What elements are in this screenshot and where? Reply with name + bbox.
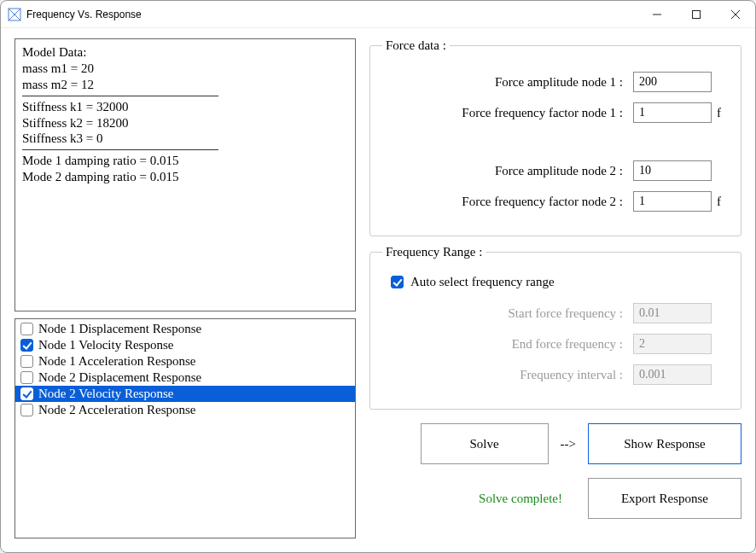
model-data-panel: Model Data: mass m1 = 20 mass m2 = 12 St… — [15, 38, 356, 311]
force-freq1-input[interactable] — [633, 102, 712, 123]
start-freq-input — [633, 303, 712, 323]
force-data-legend: Force data : — [382, 38, 450, 53]
auto-select-checkbox[interactable] — [391, 276, 404, 288]
freq-suffix: f — [712, 195, 729, 209]
response-options-list[interactable]: Node 1 Displacement ResponseNode 1 Veloc… — [15, 318, 356, 538]
action-button-row: Solve --> Show Response — [369, 423, 741, 464]
response-checkbox[interactable] — [20, 355, 33, 368]
response-label: Node 1 Displacement Response — [38, 322, 201, 336]
force-freq2-label: Force frequency factor node 2 : — [382, 195, 633, 209]
interval-input — [633, 364, 712, 385]
end-freq-label: End force frequency : — [382, 337, 633, 352]
right-column: Force data : Force amplitude node 1 : Fo… — [369, 38, 741, 538]
response-option[interactable]: Node 2 Acceleration Response — [15, 402, 355, 418]
model-line: Mode 2 damping ratio = 0.015 — [22, 169, 348, 185]
maximize-button[interactable] — [677, 1, 716, 28]
response-label: Node 1 Acceleration Response — [38, 354, 196, 369]
freq-range-legend: Frequency Range : — [382, 245, 486, 259]
frequency-range-group: Frequency Range : Auto select frequency … — [369, 245, 741, 410]
force-freq2-input[interactable] — [633, 191, 712, 212]
app-icon — [8, 8, 21, 21]
response-option[interactable]: Node 1 Velocity Response — [15, 337, 355, 353]
minimize-button[interactable] — [637, 1, 677, 28]
force-amp1-label: Force amplitude node 1 : — [382, 75, 633, 90]
response-option[interactable]: Node 2 Velocity Response — [15, 386, 355, 402]
end-freq-input — [633, 334, 712, 354]
response-option[interactable]: Node 1 Displacement Response — [15, 321, 355, 337]
force-amp1-input[interactable] — [633, 72, 712, 92]
model-line: Stiffness k3 = 0 — [22, 131, 348, 147]
content-area: Model Data: mass m1 = 20 mass m2 = 12 St… — [1, 28, 755, 552]
response-label: Node 2 Acceleration Response — [38, 403, 196, 417]
response-checkbox[interactable] — [20, 387, 33, 400]
divider — [22, 96, 218, 96]
force-amp2-label: Force amplitude node 2 : — [382, 164, 633, 178]
force-freq1-label: Force frequency factor node 1 : — [382, 106, 633, 120]
divider — [22, 149, 218, 150]
model-line: Stiffness k1 = 32000 — [22, 99, 348, 115]
start-freq-label: Start force frequency : — [382, 306, 633, 321]
force-data-group: Force data : Force amplitude node 1 : Fo… — [369, 38, 741, 236]
auto-select-label: Auto select frequency range — [410, 275, 555, 289]
status-message: Solve complete! — [479, 492, 562, 506]
response-label: Node 2 Velocity Response — [38, 387, 173, 401]
left-column: Model Data: mass m1 = 20 mass m2 = 12 St… — [15, 38, 356, 538]
arrow-indicator: --> — [561, 437, 576, 451]
response-option[interactable]: Node 1 Acceleration Response — [15, 353, 355, 370]
titlebar: Frequency Vs. Response — [1, 1, 755, 28]
freq-suffix: f — [712, 106, 729, 120]
show-response-button[interactable]: Show Response — [588, 423, 741, 464]
close-button[interactable] — [716, 1, 755, 28]
response-checkbox[interactable] — [20, 371, 33, 384]
response-checkbox[interactable] — [20, 339, 33, 352]
response-option[interactable]: Node 2 Displacement Response — [15, 370, 355, 386]
status-row: Solve complete! Export Response — [369, 478, 741, 519]
force-amp2-input[interactable] — [633, 160, 712, 181]
response-label: Node 1 Velocity Response — [38, 338, 173, 352]
export-response-button[interactable]: Export Response — [588, 478, 741, 519]
window-title: Frequency Vs. Response — [26, 9, 142, 20]
model-line: Mode 1 damping ratio = 0.015 — [22, 153, 348, 169]
response-checkbox[interactable] — [20, 323, 33, 335]
model-line: Stiffness k2 = 18200 — [22, 115, 348, 131]
solve-button[interactable]: Solve — [421, 423, 549, 464]
response-label: Node 2 Displacement Response — [38, 370, 201, 385]
svg-rect-4 — [693, 10, 701, 18]
app-window: Frequency Vs. Response Model Data: mass … — [0, 0, 756, 553]
model-line: mass m2 = 12 — [22, 77, 348, 93]
model-data-heading: Model Data: — [22, 44, 348, 61]
interval-label: Frequency interval : — [382, 368, 633, 382]
model-line: mass m1 = 20 — [22, 61, 348, 77]
response-checkbox[interactable] — [20, 404, 33, 416]
